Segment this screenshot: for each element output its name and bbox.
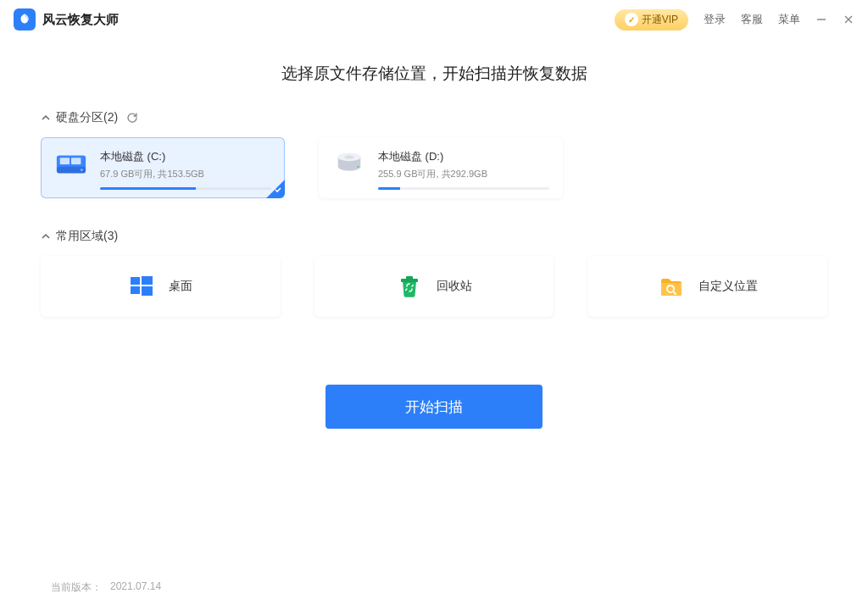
svg-point-11 <box>357 166 359 168</box>
start-scan-button[interactable]: 开始扫描 <box>326 385 542 429</box>
drive-sub: 255.9 GB可用, 共292.9GB <box>378 168 549 180</box>
area-desktop[interactable]: 桌面 <box>41 256 281 317</box>
support-link[interactable]: 客服 <box>741 12 763 27</box>
chevron-up-icon <box>41 113 51 123</box>
app-logo-icon <box>14 8 36 30</box>
svg-rect-5 <box>60 158 70 164</box>
titlebar: 风云恢复大师 ✓ 开通VIP 登录 客服 菜单 <box>0 0 868 39</box>
hdd-icon <box>54 149 88 178</box>
svg-rect-6 <box>71 158 81 164</box>
partition-card-d[interactable]: 本地磁盘 (D:) 255.9 GB可用, 共292.9GB <box>319 137 563 198</box>
section-areas-header[interactable]: 常用区域(3) <box>41 229 827 244</box>
svg-rect-13 <box>142 276 153 285</box>
section-partitions-label: 硬盘分区(2) <box>56 110 118 125</box>
partition-card-c[interactable]: 本地磁盘 (C:) 67.9 GB可用, 共153.5GB <box>41 137 285 198</box>
drive-sub: 67.9 GB可用, 共153.5GB <box>100 168 271 180</box>
svg-rect-15 <box>142 286 153 296</box>
area-custom-location[interactable]: 自定义位置 <box>587 256 827 317</box>
partitions-row: 本地磁盘 (C:) 67.9 GB可用, 共153.5GB 本地磁盘 (D:) … <box>41 137 827 198</box>
page-headline: 选择原文件存储位置，开始扫描并恢复数据 <box>41 63 827 85</box>
area-label: 桌面 <box>169 279 192 294</box>
open-vip-button[interactable]: ✓ 开通VIP <box>615 9 688 30</box>
login-link[interactable]: 登录 <box>704 12 726 27</box>
drive-info: 本地磁盘 (D:) 255.9 GB可用, 共292.9GB <box>378 149 549 190</box>
selected-check-icon <box>274 182 282 197</box>
menu-link[interactable]: 菜单 <box>778 12 800 27</box>
area-recycle-bin[interactable]: 回收站 <box>314 256 554 317</box>
svg-rect-14 <box>131 286 140 294</box>
titlebar-right: ✓ 开通VIP 登录 客服 菜单 <box>615 9 854 30</box>
svg-rect-17 <box>406 276 413 280</box>
footer-version: 当前版本： 2021.07.14 <box>51 580 161 595</box>
svg-point-7 <box>81 169 82 170</box>
windows-icon <box>128 273 155 300</box>
main-content: 选择原文件存储位置，开始扫描并恢复数据 硬盘分区(2) 本地磁盘 (C:) 67… <box>0 39 868 429</box>
vip-check-icon: ✓ <box>625 13 638 26</box>
recycle-bin-icon <box>396 273 423 300</box>
svg-point-10 <box>344 155 353 158</box>
drive-info: 本地磁盘 (C:) 67.9 GB可用, 共153.5GB <box>100 149 271 190</box>
svg-rect-12 <box>131 277 140 285</box>
close-icon[interactable] <box>843 14 854 25</box>
area-label: 回收站 <box>437 279 472 294</box>
titlebar-left: 风云恢复大师 <box>14 8 119 30</box>
area-label: 自定义位置 <box>698 279 758 294</box>
vip-label: 开通VIP <box>642 13 678 27</box>
areas-row: 桌面 回收站 自定义位置 <box>41 256 827 317</box>
chevron-up-icon <box>41 231 51 241</box>
hdd-external-icon <box>332 149 366 178</box>
drive-usage-bar <box>100 187 271 190</box>
folder-search-icon <box>658 273 685 300</box>
refresh-icon[interactable] <box>126 112 138 124</box>
section-partitions-header[interactable]: 硬盘分区(2) <box>41 110 827 125</box>
minimize-icon[interactable] <box>815 14 827 25</box>
version-value: 2021.07.14 <box>110 580 161 595</box>
version-label: 当前版本： <box>51 580 102 595</box>
scan-row: 开始扫描 <box>41 385 827 429</box>
drive-name: 本地磁盘 (D:) <box>378 149 549 164</box>
drive-usage-bar <box>378 187 549 190</box>
section-areas-label: 常用区域(3) <box>56 229 118 244</box>
drive-name: 本地磁盘 (C:) <box>100 149 271 164</box>
app-title: 风云恢复大师 <box>42 12 119 28</box>
